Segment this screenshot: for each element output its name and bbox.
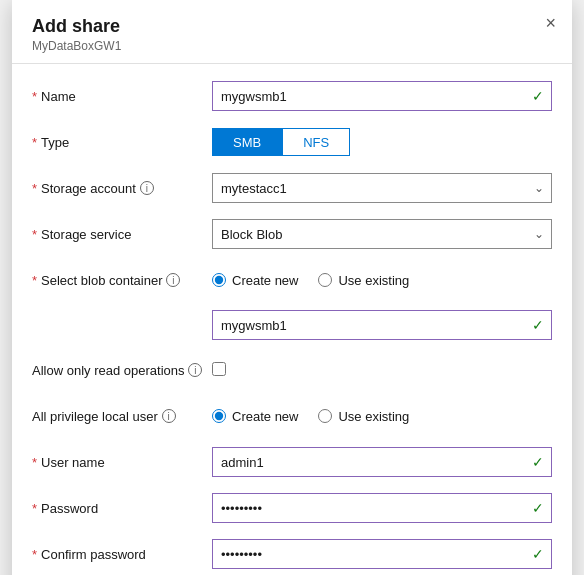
dialog-title: Add share: [32, 16, 552, 37]
storage-service-control: Block Blob ⌄: [212, 219, 552, 249]
blob-create-new-label[interactable]: Create new: [212, 273, 298, 288]
storage-service-star: *: [32, 227, 37, 242]
password-check-icon: ✓: [532, 500, 544, 516]
privilege-user-radio-group: Create new Use existing: [212, 409, 552, 424]
blob-use-existing-label[interactable]: Use existing: [318, 273, 409, 288]
dialog-subtitle: MyDataBoxGW1: [32, 39, 552, 53]
type-required-star: *: [32, 135, 37, 150]
password-control: ✓: [212, 493, 552, 523]
type-nfs-button[interactable]: NFS: [282, 128, 350, 156]
blob-name-input[interactable]: [212, 310, 552, 340]
blob-use-existing-radio[interactable]: [318, 273, 332, 287]
name-required-star: *: [32, 89, 37, 104]
password-input-wrapper: ✓: [212, 493, 552, 523]
confirm-password-input[interactable]: [212, 539, 552, 569]
blob-container-row: * Select blob container i Create new Use…: [32, 264, 552, 296]
storage-service-row: * Storage service Block Blob ⌄: [32, 218, 552, 250]
priv-create-new-radio[interactable]: [212, 409, 226, 423]
username-input-wrapper: ✓: [212, 447, 552, 477]
blob-name-input-wrapper: ✓: [212, 310, 552, 340]
username-star: *: [32, 455, 37, 470]
privilege-user-row: All privilege local user i Create new Us…: [32, 400, 552, 432]
type-button-group: SMB NFS: [212, 128, 552, 156]
confirm-password-input-wrapper: ✓: [212, 539, 552, 569]
confirm-password-check-icon: ✓: [532, 546, 544, 562]
name-label: * Name: [32, 89, 212, 104]
privilege-user-control: Create new Use existing: [212, 409, 552, 424]
password-input[interactable]: [212, 493, 552, 523]
allow-read-control: [212, 362, 552, 379]
password-label: * Password: [32, 501, 212, 516]
storage-account-label: * Storage account i: [32, 181, 212, 196]
blob-name-check-icon: ✓: [532, 317, 544, 333]
storage-service-label: * Storage service: [32, 227, 212, 242]
blob-name-row: ✓: [32, 310, 552, 340]
allow-read-checkbox[interactable]: [212, 362, 226, 376]
storage-account-control: mytestacc1 ⌄: [212, 173, 552, 203]
username-input[interactable]: [212, 447, 552, 477]
username-row: * User name ✓: [32, 446, 552, 478]
priv-use-existing-radio[interactable]: [318, 409, 332, 423]
blob-container-label: * Select blob container i: [32, 273, 212, 288]
allow-read-info-icon: i: [188, 363, 202, 377]
add-share-dialog: Add share MyDataBoxGW1 × * Name ✓ * Type: [12, 0, 572, 575]
storage-service-select-wrapper: Block Blob ⌄: [212, 219, 552, 249]
blob-container-info-icon: i: [166, 273, 180, 287]
dialog-header: Add share MyDataBoxGW1 ×: [12, 0, 572, 64]
type-row: * Type SMB NFS: [32, 126, 552, 158]
storage-service-select[interactable]: Block Blob: [212, 219, 552, 249]
allow-read-label: Allow only read operations i: [32, 363, 212, 378]
name-row: * Name ✓: [32, 80, 552, 112]
blob-container-radio-group: Create new Use existing: [212, 273, 552, 288]
password-row: * Password ✓: [32, 492, 552, 524]
privilege-user-info-icon: i: [162, 409, 176, 423]
blob-create-new-radio[interactable]: [212, 273, 226, 287]
type-label: * Type: [32, 135, 212, 150]
password-star: *: [32, 501, 37, 516]
storage-account-row: * Storage account i mytestacc1 ⌄: [32, 172, 552, 204]
confirm-password-row: * Confirm password ✓: [32, 538, 552, 570]
priv-create-new-label[interactable]: Create new: [212, 409, 298, 424]
blob-container-star: *: [32, 273, 37, 288]
confirm-password-star: *: [32, 547, 37, 562]
type-smb-button[interactable]: SMB: [212, 128, 282, 156]
confirm-password-label: * Confirm password: [32, 547, 212, 562]
name-control: ✓: [212, 81, 552, 111]
priv-use-existing-label[interactable]: Use existing: [318, 409, 409, 424]
username-check-icon: ✓: [532, 454, 544, 470]
blob-container-control: Create new Use existing: [212, 273, 552, 288]
storage-account-select-wrapper: mytestacc1 ⌄: [212, 173, 552, 203]
storage-account-info-icon: i: [140, 181, 154, 195]
storage-account-select[interactable]: mytestacc1: [212, 173, 552, 203]
close-button[interactable]: ×: [545, 14, 556, 32]
username-label: * User name: [32, 455, 212, 470]
allow-read-row: Allow only read operations i: [32, 354, 552, 386]
storage-account-star: *: [32, 181, 37, 196]
username-control: ✓: [212, 447, 552, 477]
dialog-body: * Name ✓ * Type SMB NFS: [12, 64, 572, 575]
confirm-password-control: ✓: [212, 539, 552, 569]
name-input[interactable]: [212, 81, 552, 111]
privilege-user-label: All privilege local user i: [32, 409, 212, 424]
blob-name-control: ✓: [212, 310, 552, 340]
name-input-wrapper: ✓: [212, 81, 552, 111]
type-control: SMB NFS: [212, 128, 552, 156]
name-check-icon: ✓: [532, 88, 544, 104]
